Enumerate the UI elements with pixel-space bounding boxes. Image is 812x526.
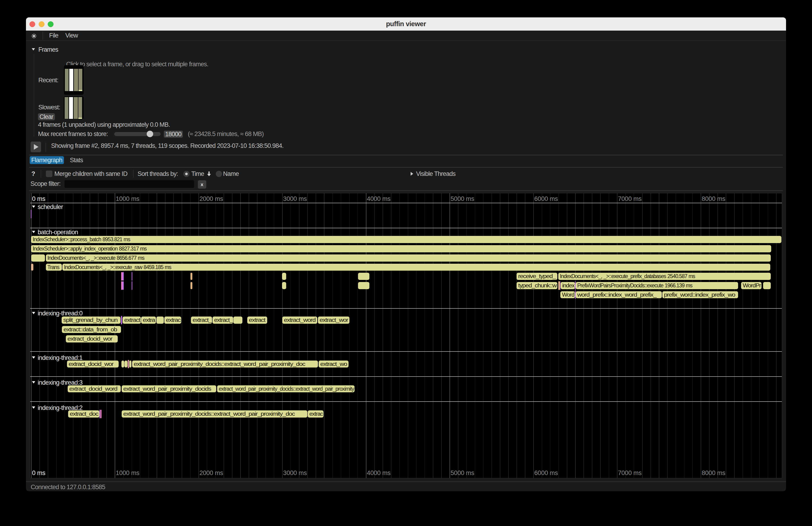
scope-bar-small[interactable] <box>129 361 131 368</box>
scope-bar[interactable]: extra <box>141 317 156 324</box>
scope-bar[interactable]: extract_word_pair_proximity_docids <box>122 385 216 393</box>
scope-bar-small[interactable] <box>122 272 124 281</box>
scope-bar[interactable]: IndexScheduler>::process_batch 8953.821 … <box>31 236 781 243</box>
scope-bar[interactable]: Word <box>560 291 575 298</box>
scope-bar[interactable]: extract <box>122 317 141 324</box>
scope-bar-small[interactable] <box>132 272 132 281</box>
scope-bar-small[interactable] <box>31 210 31 218</box>
thread-label[interactable]: indexing-thread:1 <box>38 355 83 361</box>
thread-collapse-icon[interactable] <box>32 231 35 233</box>
scope-bar[interactable]: Trans <box>46 264 62 271</box>
thread-label[interactable]: batch-operation <box>38 229 78 235</box>
tab-stats[interactable]: Stats <box>70 157 83 164</box>
thread-collapse-icon[interactable] <box>32 381 35 383</box>
scope-bar[interactable]: IndexDocuments<_, _>::execute 8656.677 m… <box>46 254 771 262</box>
visible-threads-label[interactable]: Visible Threads <box>416 170 455 177</box>
scope-bar[interactable]: extract_docid_wor <box>66 335 118 342</box>
tab-flamegraph[interactable]: Flamegraph <box>30 156 64 164</box>
scope-bar-small[interactable] <box>282 282 286 289</box>
sort-name-radio[interactable] <box>216 171 222 177</box>
scope-bar[interactable]: PrefixWordPairsProximityDocids::execute … <box>576 282 738 289</box>
scope-bar-small[interactable] <box>233 317 242 324</box>
visible-threads-collapse-icon[interactable] <box>411 172 413 176</box>
scope-bar-small[interactable] <box>122 281 124 290</box>
thread-collapse-icon[interactable] <box>32 356 35 359</box>
merge-checkbox[interactable] <box>46 171 53 177</box>
scope-bar[interactable]: extract <box>247 317 267 324</box>
scope-bar[interactable]: extract_word_pair_proximity_docids::extr… <box>122 410 307 418</box>
frames-header[interactable]: Frames <box>39 46 58 53</box>
scope-bar-small[interactable] <box>190 273 192 280</box>
scope-bar-small[interactable] <box>121 316 122 324</box>
scope-bar-small[interactable] <box>763 282 771 289</box>
scope-bar[interactable]: IndexScheduler>::apply_index_operation 8… <box>31 245 771 252</box>
scope-bar[interactable]: extract_docid_wor <box>67 361 119 368</box>
thread-label[interactable]: indexing-thread:0 <box>38 310 83 317</box>
scope-bar[interactable]: extract_wor <box>318 317 349 324</box>
max-frames-value[interactable]: 18000 <box>164 131 183 138</box>
scope-bar-small[interactable] <box>282 273 286 280</box>
scope-bar[interactable]: extrac <box>308 410 323 418</box>
scope-bar[interactable]: prefix_word::index_prefix_wo <box>662 291 738 298</box>
max-frames-slider-handle[interactable] <box>147 131 153 137</box>
help-button[interactable]: ? <box>31 170 35 177</box>
scope-bar-small[interactable] <box>560 281 560 290</box>
scope-bar-small[interactable] <box>121 272 122 281</box>
scope-bar-small[interactable] <box>99 410 100 418</box>
menu-file[interactable]: File <box>49 31 58 41</box>
menu-view[interactable]: View <box>66 31 78 41</box>
play-button[interactable] <box>31 142 41 152</box>
thread-label[interactable]: indexing-thread:2 <box>38 405 83 411</box>
scope-bar-small[interactable] <box>31 264 33 271</box>
scope-bar-small[interactable] <box>31 254 45 262</box>
scope-bar-small[interactable] <box>132 281 132 290</box>
scope-bar[interactable]: extract_word_pair_proximity_docids::extr… <box>217 385 355 393</box>
scope-bar[interactable]: extract_word <box>282 317 318 324</box>
recent-frames-thumbnail[interactable] <box>64 65 84 95</box>
scope-bar[interactable]: extract_docid_word <box>68 385 121 393</box>
merge-label[interactable]: Merge children with same ID <box>55 170 128 177</box>
scope-bar-small[interactable] <box>358 282 369 289</box>
max-frames-slider[interactable] <box>114 132 161 136</box>
sort-direction-icon[interactable] <box>207 172 211 176</box>
scope-bar-small[interactable] <box>121 281 122 290</box>
clear-filter-button[interactable]: x <box>198 180 206 189</box>
thread-collapse-icon[interactable] <box>32 312 35 314</box>
theme-sun-icon[interactable] <box>31 33 37 39</box>
scope-bar-small[interactable] <box>358 273 369 280</box>
scope-bar-small[interactable] <box>100 410 102 418</box>
scope-bar-small[interactable] <box>121 361 124 368</box>
scope-bar[interactable]: extract::data_from_ob <box>62 326 121 333</box>
clear-button[interactable]: Clear <box>38 113 55 120</box>
scope-bar[interactable]: extract_wo <box>319 361 349 368</box>
scope-bar-small[interactable] <box>156 317 164 324</box>
scope-bar[interactable]: extract_ <box>213 317 233 324</box>
frames-collapse-icon[interactable] <box>32 48 35 50</box>
scope-bar[interactable]: extract_doc <box>68 410 99 418</box>
scope-bar-small[interactable] <box>190 282 192 289</box>
thread-label[interactable]: indexing-thread:3 <box>38 380 83 386</box>
scope-bar[interactable]: split_grenad_by_chun <box>62 317 120 324</box>
scope-bar-small[interactable] <box>125 361 128 368</box>
scope-bar[interactable]: extract_ <box>191 317 212 324</box>
scope-bar[interactable]: IndexDocuments<_, _>::execute_prefix_dat… <box>558 273 771 280</box>
scope-filter-input[interactable] <box>64 180 194 188</box>
scope-bar[interactable]: typed_chunk::w <box>517 282 557 289</box>
scope-bar[interactable]: extrac <box>164 317 181 324</box>
scope-bar[interactable]: receive_typed_ <box>517 273 557 280</box>
sort-name-label[interactable]: Name <box>223 170 239 177</box>
thread-collapse-icon[interactable] <box>32 206 35 208</box>
sort-time-radio[interactable] <box>183 171 190 177</box>
scope-bar-small[interactable] <box>558 281 560 290</box>
thread-collapse-icon[interactable] <box>32 406 35 409</box>
sort-time-label[interactable]: Time <box>191 170 204 177</box>
slowest-frames-thumbnail[interactable] <box>64 96 84 119</box>
thread-label[interactable]: scheduler <box>38 204 63 210</box>
scope-bar[interactable]: extract_word_pair_proximity_docids::extr… <box>132 361 318 368</box>
flamegraph-canvas[interactable]: 0 ms0 ms1000 ms1000 ms2000 ms2000 ms3000… <box>30 193 782 478</box>
scope-bar[interactable]: word_prefix::index_word_prefix_ <box>576 291 662 298</box>
scope-bar[interactable]: WordPr <box>741 282 762 289</box>
scope-bar[interactable]: IndexDocuments<_, _>::execute_raw 8459.1… <box>62 264 770 271</box>
scope-bar-small[interactable] <box>128 360 129 368</box>
scope-bar[interactable]: index <box>561 282 575 289</box>
